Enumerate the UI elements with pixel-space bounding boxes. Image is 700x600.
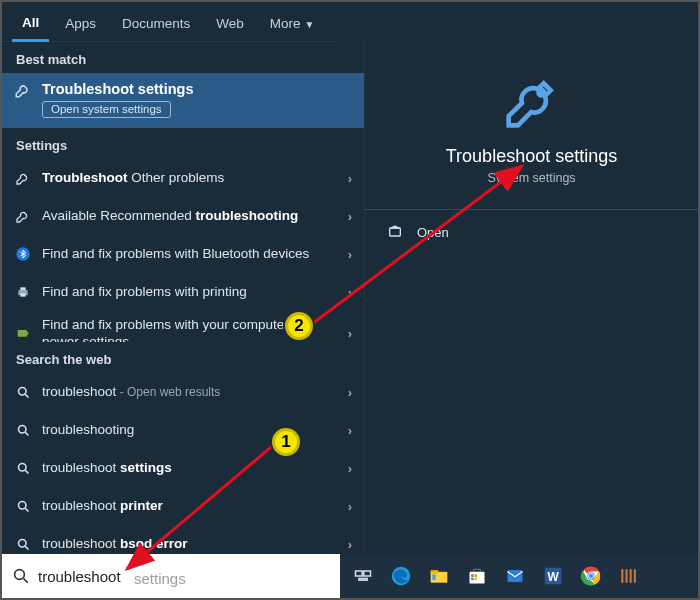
svg-rect-20 (432, 574, 435, 580)
svg-rect-19 (431, 570, 439, 573)
tab-web[interactable]: Web (206, 9, 254, 40)
mail-icon[interactable] (500, 561, 530, 591)
svg-point-32 (589, 574, 593, 578)
svg-point-8 (18, 463, 26, 471)
web-results: troubleshoot - Open web results › troubl… (2, 373, 364, 556)
chevron-right-icon: › (348, 537, 352, 552)
result-item[interactable]: troubleshoot - Open web results › (2, 373, 364, 411)
best-match-badge[interactable]: Open system settings (42, 101, 171, 118)
best-match-title: Troubleshoot settings (42, 81, 193, 97)
svg-rect-26 (508, 570, 523, 582)
svg-text:W: W (547, 570, 559, 584)
open-icon (387, 224, 403, 240)
svg-point-10 (18, 539, 26, 547)
best-match-item[interactable]: Troubleshoot settings Open system settin… (2, 73, 364, 128)
svg-rect-24 (471, 578, 474, 581)
svg-point-6 (18, 387, 26, 395)
search-input[interactable] (38, 568, 330, 585)
chevron-right-icon: › (348, 247, 352, 262)
wrench-icon (14, 169, 32, 187)
wrench-icon (14, 81, 32, 99)
svg-point-13 (15, 570, 25, 580)
search-icon (14, 497, 32, 515)
search-tabs: All Apps Documents Web More▼ (2, 2, 335, 42)
result-item[interactable]: troubleshooting › (2, 411, 364, 449)
search-icon (14, 459, 32, 477)
chevron-right-icon: › (348, 209, 352, 224)
store-icon[interactable] (462, 561, 492, 591)
annotation-two: 2 (285, 312, 313, 340)
taskbar: W (340, 554, 698, 598)
svg-rect-12 (390, 228, 401, 236)
svg-rect-3 (20, 293, 25, 296)
detail-panel: Troubleshoot settings System settings Op… (364, 42, 698, 556)
tab-all[interactable]: All (12, 8, 49, 42)
explorer-icon[interactable] (424, 561, 454, 591)
section-settings: Settings (2, 128, 364, 159)
search-icon (12, 567, 30, 585)
open-action[interactable]: Open (365, 210, 698, 254)
svg-rect-4 (18, 330, 27, 337)
svg-rect-22 (471, 574, 474, 577)
svg-rect-5 (27, 332, 28, 335)
chevron-down-icon: ▼ (305, 19, 315, 30)
bluetooth-icon (14, 245, 32, 263)
search-icon (14, 383, 32, 401)
result-item[interactable]: troubleshoot settings › (2, 449, 364, 487)
svg-rect-2 (20, 287, 25, 290)
svg-rect-15 (364, 571, 371, 576)
annotation-one: 1 (272, 428, 300, 456)
search-icon (14, 421, 32, 439)
search-box[interactable] (2, 554, 340, 598)
printer-icon (14, 283, 32, 301)
chevron-right-icon: › (348, 423, 352, 438)
svg-rect-25 (475, 578, 478, 581)
svg-point-7 (18, 425, 26, 433)
section-best-match: Best match (2, 42, 364, 73)
tab-more[interactable]: More▼ (260, 9, 325, 40)
tab-apps[interactable]: Apps (55, 9, 106, 40)
section-web: Search the web (2, 342, 364, 373)
tab-documents[interactable]: Documents (112, 9, 200, 40)
power-icon (14, 325, 32, 342)
svg-rect-14 (356, 571, 363, 576)
task-view-icon[interactable] (348, 561, 378, 591)
detail-subtitle: System settings (375, 171, 688, 185)
result-item[interactable]: Find and fix problems with Bluetooth dev… (2, 235, 364, 273)
chevron-right-icon: › (348, 171, 352, 186)
svg-point-9 (18, 501, 26, 509)
settings-results: Troubleshoot Other problems › Available … (2, 159, 364, 342)
wrench-icon (14, 207, 32, 225)
result-item[interactable]: Available Recommended troubleshooting › (2, 197, 364, 235)
chevron-right-icon: › (348, 461, 352, 476)
chevron-right-icon: › (348, 326, 352, 341)
detail-title: Troubleshoot settings (375, 146, 688, 167)
svg-rect-21 (470, 572, 485, 584)
svg-rect-23 (475, 574, 478, 577)
svg-point-11 (538, 90, 544, 96)
result-item[interactable]: troubleshoot printer › (2, 487, 364, 525)
search-icon (14, 535, 32, 553)
edge-icon[interactable] (386, 561, 416, 591)
chevron-right-icon: › (348, 285, 352, 300)
chevron-right-icon: › (348, 385, 352, 400)
result-item[interactable]: troubleshoot bsod error › (2, 525, 364, 556)
chevron-right-icon: › (348, 499, 352, 514)
app-icon[interactable] (614, 561, 644, 591)
svg-rect-16 (359, 579, 367, 581)
chrome-icon[interactable] (576, 561, 606, 591)
wrench-icon (504, 74, 560, 130)
word-icon[interactable]: W (538, 561, 568, 591)
result-item[interactable]: Troubleshoot Other problems › (2, 159, 364, 197)
result-item[interactable]: Find and fix problems with printing › (2, 273, 364, 311)
